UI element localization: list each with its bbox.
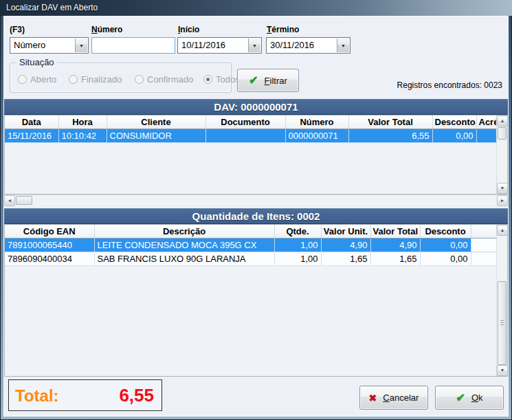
scroll-down-icon[interactable]: ▼ — [497, 183, 508, 194]
filler-cell — [471, 239, 498, 252]
cell-valor-unit: 1,65 — [321, 252, 370, 266]
dialog-body: (F3) Número Início Término Número ▼ 10/1… — [3, 16, 509, 417]
ok-button[interactable]: ✔ Ok — [435, 386, 504, 410]
itens-vertical-scrollbar[interactable]: ▲ ▼ — [496, 225, 507, 376]
dialog-window: Localizar DAV em Aberto (F3) Número Iníc… — [0, 0, 512, 420]
column-header-hora: Hora — [58, 115, 107, 129]
cell-valor-unit: 4,90 — [321, 239, 370, 252]
numero-label: Número — [91, 25, 122, 34]
cancelar-button-label: Cancelar — [383, 393, 419, 403]
cell-desconto: 0,00 — [420, 252, 471, 266]
cell-qtde: 1,00 — [274, 252, 321, 266]
cell-hora: 10:10:42 — [58, 129, 107, 143]
cell-acresc — [476, 129, 498, 143]
itens-scrollbar-thumb[interactable] — [498, 281, 507, 365]
scroll-right-icon[interactable]: ► — [497, 195, 508, 206]
total-value: 6,55 — [119, 385, 154, 406]
column-header-codigo-ean: Código EAN — [5, 225, 94, 239]
cell-desconto: 0,00 — [420, 239, 471, 252]
termino-label: Término — [267, 25, 299, 34]
radio-todos[interactable]: Todos — [203, 74, 240, 85]
termino-date-value: 30/11/2016 — [270, 40, 314, 50]
search-type-dropdown-button[interactable]: ▼ — [75, 38, 87, 52]
radio-confirmado-label: Confirmado — [147, 74, 193, 85]
check-icon: ✔ — [249, 75, 258, 86]
itens-table: Código EAN Descrição Qtde. Valor Unit. V… — [5, 225, 498, 266]
scroll-up-icon[interactable]: ▲ — [497, 225, 508, 236]
radio-aberto[interactable]: Aberto — [18, 74, 56, 85]
numero-input[interactable] — [91, 37, 175, 54]
radio-circle-icon — [203, 75, 212, 84]
dav-table: Data Hora Cliente Documento Número Valor… — [5, 115, 498, 143]
radio-todos-label: Todos — [216, 74, 240, 85]
radio-finalizado-label: Finalizado — [81, 74, 122, 85]
itens-header-row: Código EAN Descrição Qtde. Valor Unit. V… — [5, 225, 498, 239]
window-title: Localizar DAV em Aberto — [6, 3, 98, 12]
dav-scrollbar-thumb[interactable] — [498, 127, 507, 140]
dav-hscrollbar-thumb[interactable] — [16, 196, 32, 205]
itens-table-row[interactable]: 7896090400034 SAB FRANCIS LUXO 90G LARAN… — [5, 252, 498, 266]
chevron-down-icon: ▼ — [76, 38, 87, 53]
dav-vertical-scrollbar[interactable]: ▲ ▼ — [496, 115, 507, 194]
termino-dropdown-button[interactable]: ▼ — [337, 38, 349, 52]
situacao-label: Situação — [16, 57, 57, 67]
itens-grid: Código EAN Descrição Qtde. Valor Unit. V… — [4, 224, 508, 377]
inicio-dropdown-button[interactable]: ▼ — [248, 38, 260, 52]
f3-label: (F3) — [10, 25, 25, 34]
x-icon: ✖ — [369, 393, 377, 403]
dav-header-row: Data Hora Cliente Documento Número Valor… — [5, 115, 498, 129]
radio-aberto-label: Aberto — [30, 74, 56, 85]
cancelar-button[interactable]: ✖ Cancelar — [359, 386, 428, 410]
inicio-date-value: 10/11/2016 — [181, 40, 225, 50]
column-header-valor-total: Valor Total — [370, 225, 420, 239]
column-header-numero: Número — [285, 115, 348, 129]
radio-circle-icon — [69, 75, 78, 84]
cell-desconto: 0,00 — [432, 129, 476, 143]
radio-finalizado[interactable]: Finalizado — [69, 74, 122, 85]
cell-ean: 7896090400034 — [5, 252, 94, 266]
column-header-acresc: Acrésc — [476, 115, 498, 129]
cell-valor-total: 6,55 — [348, 129, 432, 143]
itens-section-header: Quantidade de Itens: 0002 — [4, 208, 508, 224]
titlebar[interactable]: Localizar DAV em Aberto — [0, 0, 512, 16]
scrollbar-grip-icon — [500, 320, 504, 325]
radio-circle-icon — [18, 75, 27, 84]
cell-cliente: CONSUMIDOR — [107, 129, 205, 143]
column-header-data: Data — [5, 115, 58, 129]
registros-count: Registros encontrados: 0023 — [397, 80, 502, 90]
dav-grid: Data Hora Cliente Documento Número Valor… — [4, 115, 508, 195]
filtrar-button-label: Filtrar — [265, 76, 287, 86]
radio-confirmado[interactable]: Confirmado — [135, 74, 193, 85]
dav-table-row[interactable]: 15/11/2016 10:10:42 CONSUMIDOR 000000007… — [5, 129, 498, 143]
total-box: Total: 6,55 — [8, 379, 162, 411]
cell-valor-total: 1,65 — [370, 252, 420, 266]
cell-qtde: 1,00 — [274, 239, 321, 252]
filtrar-button[interactable]: ✔ Filtrar — [237, 69, 299, 92]
termino-date-select[interactable]: 30/11/2016 ▼ — [266, 37, 350, 54]
radio-circle-icon — [135, 75, 144, 84]
chevron-down-icon: ▼ — [337, 38, 349, 53]
column-header-desconto: Desconto — [432, 115, 476, 129]
inicio-label: Início — [178, 25, 199, 34]
cell-descricao: LEITE CONDENSADO MOCA 395G CX — [94, 239, 274, 252]
cell-documento — [205, 129, 285, 143]
scroll-up-icon[interactable]: ▲ — [497, 115, 508, 126]
itens-table-row[interactable]: 7891000065440 LEITE CONDENSADO MOCA 395G… — [5, 239, 498, 252]
cell-valor-total: 4,90 — [370, 239, 420, 252]
scroll-left-icon[interactable]: ◄ — [4, 195, 15, 206]
cell-ean: 7891000065440 — [5, 239, 94, 252]
cell-data: 15/11/2016 — [5, 129, 58, 143]
column-header-qtde: Qtde. — [274, 225, 321, 239]
inicio-date-select[interactable]: 10/11/2016 ▼ — [177, 37, 262, 54]
search-type-value: Número — [14, 40, 45, 50]
total-label: Total: — [15, 386, 59, 406]
column-header-desconto: Desconto — [420, 225, 471, 239]
dav-horizontal-scrollbar[interactable]: ◄ ► — [4, 195, 508, 206]
scroll-down-icon[interactable]: ▼ — [497, 365, 508, 376]
column-header-valor-unit: Valor Unit. — [321, 225, 370, 239]
dav-section-header: DAV: 0000000071 — [4, 99, 508, 115]
check-icon: ✔ — [456, 393, 465, 404]
column-header-descricao: Descrição — [94, 225, 274, 239]
column-header-documento: Documento — [205, 115, 285, 129]
search-type-select[interactable]: Número ▼ — [10, 37, 89, 54]
